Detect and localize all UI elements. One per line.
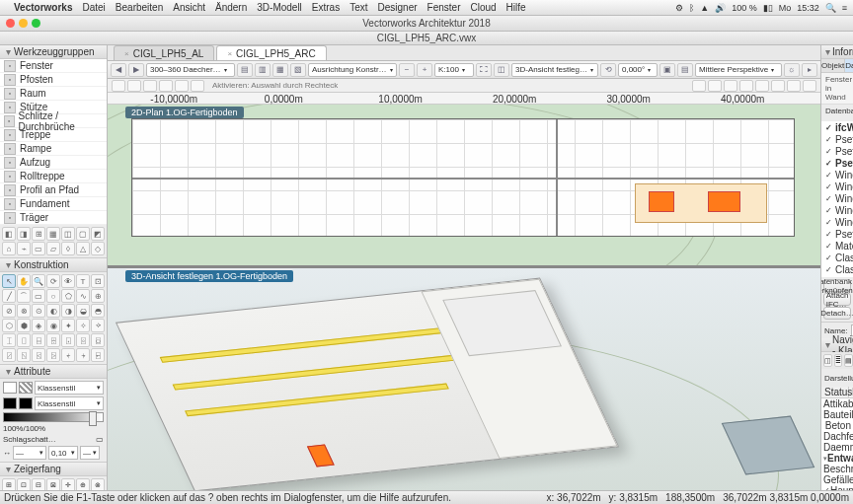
pen-swatch[interactable] bbox=[3, 397, 17, 409]
werkzeug-item[interactable]: ▫Schlitze / Durchbrüche bbox=[0, 114, 107, 128]
pset-item[interactable]: ✓Pset_DoorWindowShadingType bbox=[821, 145, 853, 157]
selection-tool[interactable]: ↖ bbox=[2, 274, 16, 288]
quick-pref-icon[interactable] bbox=[771, 80, 785, 92]
tool-icon[interactable]: ◑ bbox=[61, 304, 75, 318]
flyover-tool[interactable]: ⟳ bbox=[46, 274, 60, 288]
pset-item[interactable]: ✓WindowPanel3 bbox=[821, 216, 853, 228]
attach-ifc-button[interactable]: Attach IFC… bbox=[823, 293, 851, 306]
nav-classes-icon[interactable]: ◫ bbox=[823, 354, 832, 367]
tool-icon[interactable]: ⌂ bbox=[2, 242, 16, 255]
tool-icon[interactable]: ⍂ bbox=[17, 348, 31, 362]
tool-icon[interactable]: ⌻ bbox=[76, 333, 90, 347]
class-row[interactable]: Beton bbox=[821, 420, 853, 431]
pan-tool[interactable]: ✋ bbox=[17, 274, 31, 288]
menu-hilfe[interactable]: Hilfe bbox=[506, 2, 526, 13]
tool-icon[interactable]: ⍇ bbox=[91, 348, 105, 362]
offset-input[interactable]: 0,10 bbox=[48, 446, 78, 460]
tab-arc[interactable]: ×CIGL_LPH5_ARC bbox=[216, 45, 326, 60]
quick-pref-icon[interactable] bbox=[708, 80, 722, 92]
col-klasse[interactable]: Klasse bbox=[849, 387, 853, 397]
pset-item[interactable]: ✓Pset_WindowCommon bbox=[821, 157, 853, 169]
tool-icon[interactable]: ⌹ bbox=[46, 333, 60, 347]
nav-back-icon[interactable]: ◀ bbox=[111, 63, 126, 77]
tool-icon[interactable]: ▢ bbox=[76, 227, 90, 241]
class-row[interactable]: Attikablech bbox=[821, 398, 853, 409]
class-row[interactable]: Daemmung bbox=[821, 442, 853, 453]
class-row[interactable]: Beschriftung bbox=[821, 464, 853, 474]
view-icon[interactable]: ▣ bbox=[659, 63, 675, 77]
zoom-out-icon[interactable]: − bbox=[399, 63, 415, 77]
zeigerfang-header[interactable]: ▾Zeigerfang bbox=[0, 463, 107, 476]
tool-icon[interactable]: ⊕ bbox=[91, 289, 105, 303]
mode-icon[interactable] bbox=[191, 80, 204, 92]
tool-icon[interactable]: △ bbox=[76, 242, 90, 255]
mode-icon[interactable] bbox=[112, 80, 125, 92]
werkzeug-item[interactable]: ▫Rampe bbox=[0, 142, 107, 156]
tool-icon[interactable]: ◉ bbox=[46, 319, 60, 332]
spotlight-icon[interactable]: 🔍 bbox=[825, 3, 836, 13]
werkzeug-item[interactable]: ▫Rolltreppe bbox=[0, 170, 107, 183]
tool-icon[interactable]: ⌼ bbox=[91, 333, 105, 347]
tool-icon[interactable]: ⊘ bbox=[2, 304, 16, 318]
projection-select[interactable]: Mittlere Perspektive bbox=[695, 63, 782, 77]
quick-pref-icon[interactable] bbox=[803, 80, 816, 92]
close-tab-icon[interactable]: × bbox=[124, 49, 129, 58]
mode-icon[interactable] bbox=[175, 80, 189, 92]
pset-item[interactable]: ✓WindowLining bbox=[821, 180, 853, 192]
class-row[interactable]: Gefälle bbox=[821, 474, 853, 485]
fit-icon[interactable]: ⛶ bbox=[476, 63, 492, 77]
werkzeuggruppen-header[interactable]: ▾Werkzeuggruppen bbox=[0, 45, 107, 59]
tab-al[interactable]: ×CIGL_LPH5_AL bbox=[114, 45, 214, 60]
hatch-swatch[interactable] bbox=[19, 382, 33, 394]
wifi-icon[interactable]: ⚙ bbox=[675, 3, 683, 13]
tool-icon[interactable]: ◧ bbox=[2, 227, 16, 241]
tool-icon[interactable]: ⌁ bbox=[17, 242, 31, 255]
arc-tool[interactable]: ⌒ bbox=[17, 289, 31, 303]
pset-item[interactable]: ✓Material bbox=[821, 240, 853, 252]
quick-pref-icon[interactable] bbox=[692, 80, 706, 92]
wifi-icon[interactable]: ▲ bbox=[700, 3, 709, 13]
pen-style-select[interactable]: Klassenstil bbox=[35, 396, 104, 410]
marker-end-select[interactable]: — bbox=[80, 446, 100, 460]
pset-item[interactable]: ✓Classification bbox=[821, 252, 853, 263]
fill-style-select[interactable]: Klassenstil bbox=[35, 381, 104, 395]
tool-icon[interactable]: ⌸ bbox=[32, 333, 45, 347]
view-icon[interactable]: ◫ bbox=[494, 63, 509, 77]
zoom-in-icon[interactable]: + bbox=[417, 63, 432, 77]
battery-icon[interactable]: ▮▯ bbox=[763, 3, 773, 13]
menu-ansicht[interactable]: Ansicht bbox=[173, 2, 205, 13]
tool-icon[interactable]: ◨ bbox=[17, 227, 31, 241]
werkzeug-item[interactable]: ▫Profil an Pfad bbox=[0, 183, 107, 197]
nav-header[interactable]: ▾Navigation - Klassen bbox=[821, 338, 853, 352]
tool-icon[interactable]: ⍃ bbox=[32, 348, 45, 362]
tool-icon[interactable]: ⊙ bbox=[32, 304, 45, 318]
werkzeug-item[interactable]: ▫Aufzug bbox=[0, 156, 107, 170]
view-icon[interactable]: ▸ bbox=[802, 63, 817, 77]
close-window-button[interactable] bbox=[6, 19, 15, 28]
zoom-tool[interactable]: 🔍 bbox=[32, 274, 45, 288]
pset-item[interactable]: ✓WindowStyle bbox=[821, 169, 853, 180]
saved-view-select[interactable]: 3D-Ansicht festleg… bbox=[511, 63, 598, 77]
pset-item[interactable]: ✓ifcWindow bbox=[821, 121, 853, 133]
info-tab-daten[interactable]: Daten bbox=[845, 59, 853, 72]
tool-icon[interactable]: ✦ bbox=[61, 319, 75, 332]
pset-item[interactable]: ✓Pset_ElementShading bbox=[821, 228, 853, 240]
tool-icon[interactable]: ◒ bbox=[76, 304, 90, 318]
maximize-window-button[interactable] bbox=[32, 19, 40, 28]
nav-fwd-icon[interactable]: ▶ bbox=[128, 63, 144, 77]
view-3d[interactable]: 3D-Ansicht festlegen 1.OG-Fertigboden bbox=[108, 268, 820, 494]
tool-icon[interactable]: ⌷ bbox=[17, 333, 31, 347]
tool-icon[interactable]: ◩ bbox=[91, 227, 105, 241]
mode-icon[interactable] bbox=[143, 80, 157, 92]
class-row[interactable]: Bauteil bbox=[821, 409, 853, 420]
werkzeug-item[interactable]: ▫Pfosten bbox=[0, 73, 107, 87]
tool-icon[interactable]: ⬢ bbox=[17, 319, 31, 332]
tool-icon[interactable]: ⌺ bbox=[61, 333, 75, 347]
werkzeug-item[interactable]: ▫Fenster bbox=[0, 59, 107, 73]
menu-cloud[interactable]: Cloud bbox=[470, 2, 496, 13]
minimize-window-button[interactable] bbox=[19, 19, 28, 28]
close-tab-icon[interactable]: × bbox=[227, 49, 232, 58]
tool-icon[interactable]: ⊗ bbox=[17, 304, 31, 318]
notifications-icon[interactable]: ≡ bbox=[842, 3, 847, 13]
rotation-input[interactable]: 0,000° bbox=[618, 63, 658, 77]
